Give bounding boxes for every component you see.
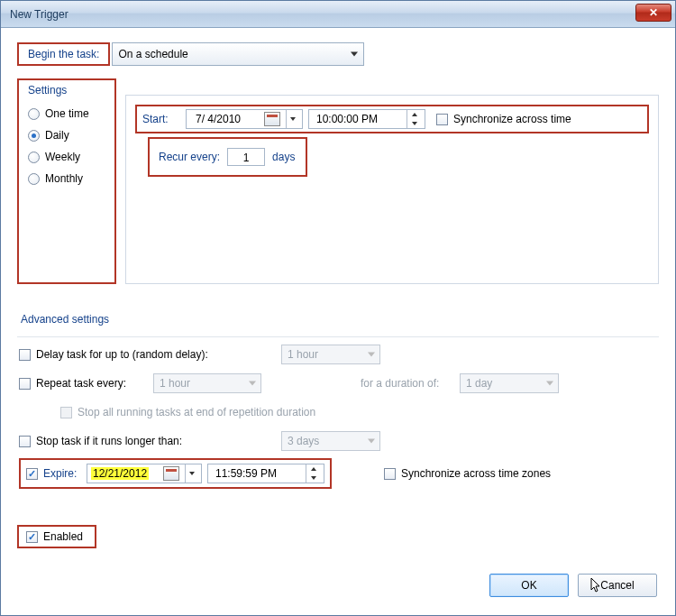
repeat-checkbox[interactable] xyxy=(19,378,31,390)
checkbox-icon xyxy=(384,468,396,480)
start-label: Start: xyxy=(142,113,178,125)
calendar-icon xyxy=(163,466,179,481)
radio-weekly[interactable]: Weekly xyxy=(28,151,105,163)
stop-if-combo[interactable]: 3 days xyxy=(281,431,380,451)
titlebar: New Trigger ✕ xyxy=(1,1,675,28)
checkbox-icon xyxy=(436,114,448,125)
button-bar: OK Cancel xyxy=(489,574,657,597)
expire-time-field[interactable]: 11:59:59 PM xyxy=(207,464,324,483)
stop-if-checkbox[interactable] xyxy=(19,436,31,447)
chevron-down-icon xyxy=(351,52,358,57)
recur-value-input[interactable]: 1 xyxy=(227,148,265,166)
enabled-checkbox[interactable] xyxy=(26,531,38,543)
radio-monthly[interactable]: Monthly xyxy=(28,172,105,185)
recur-row: Recur every: 1 days xyxy=(148,137,307,177)
start-row: Start: 7/ 4/2010 10:00:00 PM xyxy=(135,105,649,133)
main-area: Settings One time Daily Weekly Monthly xyxy=(17,78,659,284)
radio-label: Daily xyxy=(45,129,69,142)
sync-zones-checkbox[interactable]: Synchronize across time zones xyxy=(384,467,551,480)
cancel-label: Cancel xyxy=(600,579,634,592)
begin-task-row: Begin the task: On a schedule xyxy=(17,42,659,66)
chevron-down-icon xyxy=(286,110,298,128)
recur-prefix: Recur every: xyxy=(159,151,220,163)
stop-all-label: Stop all running tasks at end of repetit… xyxy=(78,406,315,418)
repeat-row: Repeat task every: 1 hour for a duration… xyxy=(19,372,657,395)
begin-task-dropdown[interactable]: On a schedule xyxy=(112,42,364,66)
radio-icon xyxy=(28,130,40,142)
spin-up-icon xyxy=(306,464,320,473)
duration-value: 1 day xyxy=(466,377,492,390)
chevron-down-icon xyxy=(249,382,256,386)
expire-checkbox[interactable] xyxy=(26,468,38,480)
start-date-picker[interactable]: 7/ 4/2010 xyxy=(186,109,303,129)
chevron-down-icon xyxy=(368,353,375,357)
radio-icon xyxy=(28,152,40,163)
radio-label: Monthly xyxy=(45,172,83,185)
chevron-down-icon xyxy=(185,464,197,483)
ok-button[interactable]: OK xyxy=(489,574,569,597)
spin-buttons[interactable] xyxy=(306,464,320,483)
stop-all-row: Stop all running tasks at end of repetit… xyxy=(60,400,657,424)
close-button[interactable]: ✕ xyxy=(635,4,671,22)
sync-across-time-checkbox[interactable]: Synchronize across time xyxy=(436,113,571,125)
delay-row: Delay task for up to (random delay): 1 h… xyxy=(19,343,657,366)
begin-task-value: On a schedule xyxy=(118,48,187,60)
radio-one-time[interactable]: One time xyxy=(28,107,105,120)
window-title: New Trigger xyxy=(10,8,69,21)
expire-region: Expire: 12/21/2012 11:59:59 PM xyxy=(19,458,332,489)
recur-value: 1 xyxy=(243,152,250,164)
dialog-content: Begin the task: On a schedule Settings O… xyxy=(1,28,675,563)
start-date-value: 7/ 4/2010 xyxy=(190,113,241,125)
advanced-legend: Advanced settings xyxy=(21,313,659,326)
expire-time-value: 11:59:59 PM xyxy=(212,467,277,480)
delay-combo[interactable]: 1 hour xyxy=(281,345,380,364)
expire-date-picker[interactable]: 12/21/2012 xyxy=(87,464,202,483)
repeat-label: Repeat task every: xyxy=(36,377,153,390)
settings-legend: Settings xyxy=(28,84,105,97)
recur-suffix: days xyxy=(272,151,295,163)
radio-label: One time xyxy=(45,107,89,120)
chevron-down-icon xyxy=(546,382,553,386)
expire-date-value: 12/21/2012 xyxy=(91,467,149,480)
spin-down-icon xyxy=(407,119,421,128)
divider xyxy=(17,336,659,337)
stop-if-value: 3 days xyxy=(288,435,319,447)
spin-up-icon xyxy=(407,110,421,119)
duration-label: for a duration of: xyxy=(361,377,460,390)
expire-label: Expire: xyxy=(43,467,87,480)
start-time-value: 10:00:00 PM xyxy=(313,113,378,125)
sync-across-time-label: Synchronize across time xyxy=(453,113,571,125)
delay-value: 1 hour xyxy=(288,348,318,361)
stop-if-label: Stop task if it runs longer than: xyxy=(36,435,281,447)
cancel-button[interactable]: Cancel xyxy=(578,574,657,597)
delay-checkbox[interactable] xyxy=(19,349,31,361)
schedule-panel: Start: 7/ 4/2010 10:00:00 PM xyxy=(125,95,659,284)
calendar-icon xyxy=(264,112,280,126)
radio-icon xyxy=(28,173,40,185)
expire-row: Expire: 12/21/2012 11:59:59 PM Synchroni… xyxy=(19,458,657,489)
close-icon: ✕ xyxy=(649,6,658,19)
radio-daily[interactable]: Daily xyxy=(28,129,105,142)
stop-all-checkbox xyxy=(60,407,72,418)
sync-zones-label: Synchronize across time zones xyxy=(401,467,551,480)
settings-group: Settings One time Daily Weekly Monthly xyxy=(17,78,116,284)
ok-label: OK xyxy=(521,579,536,592)
start-time-field[interactable]: 10:00:00 PM xyxy=(308,109,425,129)
spin-down-icon xyxy=(306,473,320,483)
radio-icon xyxy=(28,108,40,120)
enabled-region: Enabled xyxy=(17,525,96,548)
begin-task-label: Begin the task: xyxy=(28,48,99,60)
repeat-value: 1 hour xyxy=(160,377,190,390)
dialog-window: New Trigger ✕ Begin the task: On a sched… xyxy=(0,0,676,616)
duration-combo[interactable]: 1 day xyxy=(460,373,559,393)
spin-buttons[interactable] xyxy=(407,110,421,128)
begin-task-label-region: Begin the task: xyxy=(17,42,110,66)
radio-label: Weekly xyxy=(45,151,80,163)
delay-label: Delay task for up to (random delay): xyxy=(36,348,281,361)
repeat-combo[interactable]: 1 hour xyxy=(153,373,261,393)
chevron-down-icon xyxy=(368,439,375,444)
stop-if-row: Stop task if it runs longer than: 3 days xyxy=(19,429,657,453)
enabled-label: Enabled xyxy=(43,530,83,543)
